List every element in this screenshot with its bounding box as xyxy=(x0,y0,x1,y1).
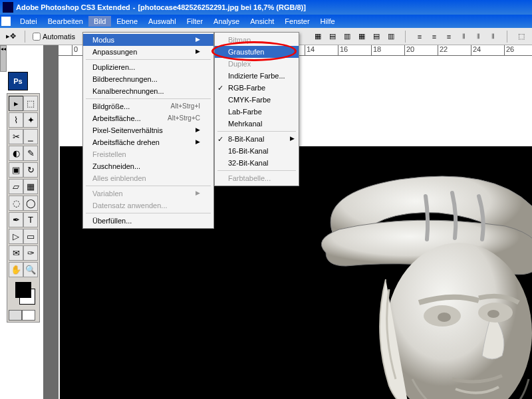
menu-item[interactable]: Mehrkanal xyxy=(215,118,299,130)
stamp-tool[interactable]: ▣ xyxy=(9,162,23,178)
slice-tool[interactable]: ⎯ xyxy=(23,129,38,144)
distribute-icon[interactable]: ≡ xyxy=(413,31,426,43)
menu-item: Freistellen xyxy=(83,148,213,160)
align-icon[interactable]: ▦ xyxy=(355,31,368,43)
menu-item[interactable]: Pixel-Seitenverhältnis▶ xyxy=(83,124,213,136)
menu-item: Duplex xyxy=(215,58,299,70)
distribute-icon[interactable]: ⦀ xyxy=(471,31,485,43)
menu-item[interactable]: 16-Bit-Kanal xyxy=(215,145,299,157)
modus-submenu: BitmapGraustufenDuplexIndizierte Farbe..… xyxy=(214,32,299,186)
menu-item: Bitmap xyxy=(215,34,299,46)
align-icon[interactable]: ▦ xyxy=(311,31,325,43)
menu-item[interactable]: CMYK-Farbe xyxy=(215,94,299,106)
menu-item[interactable]: Kanalberechnungen... xyxy=(83,85,213,97)
pen-tool[interactable]: ✒ xyxy=(9,212,23,227)
align-tools: ▦ ▤ ▥ ▦ ▤ ▥ xyxy=(311,31,398,43)
menu-item[interactable]: Bildgröße...Alt+Strg+I xyxy=(83,100,213,112)
menu-bearbeiten[interactable]: Bearbeiten xyxy=(43,16,88,27)
dodge-tool[interactable]: ◯ xyxy=(23,196,38,211)
menu-item[interactable]: Graustufen xyxy=(215,46,299,58)
heal-tool[interactable]: ◐ xyxy=(9,146,23,161)
menu-item[interactable]: ✓8-Bit-Kanal▶ xyxy=(215,133,299,145)
ps-badge[interactable]: Ps xyxy=(8,72,28,90)
quickmask-toggle[interactable] xyxy=(9,310,38,321)
arrange-icon[interactable]: ⬚ xyxy=(515,31,528,43)
menu-item[interactable]: Bildberechnungen... xyxy=(83,73,213,85)
eyedropper-tool[interactable]: ✑ xyxy=(23,245,38,261)
menu-bar: Datei Bearbeiten Bild Ebene Auswahl Filt… xyxy=(0,15,532,28)
color-swatches[interactable] xyxy=(9,282,38,305)
menu-item[interactable]: Arbeitsfläche...Alt+Strg+C xyxy=(83,112,213,124)
marquee-tool[interactable]: ⬚ xyxy=(23,96,38,111)
menu-item[interactable]: Duplizieren... xyxy=(83,61,213,73)
menu-item[interactable]: Zuschneiden... xyxy=(83,160,213,172)
menu-bild[interactable]: Bild xyxy=(88,16,111,27)
chevron-left-icon: ◂◂ xyxy=(1,46,6,52)
crop-tool[interactable]: ✂ xyxy=(9,129,23,144)
title-bar: Adobe Photoshop CS3 Extended - [photocas… xyxy=(0,0,532,15)
menu-auswahl[interactable]: Auswahl xyxy=(143,16,182,27)
distribute-tools: ≡ ≡ ≡ ⦀ ⦀ ⦀ xyxy=(413,31,499,43)
align-icon[interactable]: ▥ xyxy=(384,31,398,43)
doc-title: [photocase482526252291.jpg bei 16,7% (RG… xyxy=(138,3,306,11)
distribute-icon[interactable]: ⦀ xyxy=(457,31,470,43)
menu-item[interactable]: Lab-Farbe xyxy=(215,106,299,118)
menu-filter[interactable]: Filter xyxy=(182,16,208,27)
align-icon[interactable]: ▤ xyxy=(370,31,383,43)
menu-item: Farbtabelle... xyxy=(215,172,299,184)
menu-item[interactable]: Überfüllen... xyxy=(83,215,213,227)
app-title: Adobe Photoshop CS3 Extended xyxy=(16,3,130,11)
svg-point-3 xyxy=(438,313,451,322)
align-icon[interactable]: ▥ xyxy=(340,31,354,43)
distribute-icon[interactable]: ≡ xyxy=(442,31,456,43)
menu-item[interactable]: Arbeitsfläche drehen▶ xyxy=(83,136,213,148)
zoom-tool[interactable]: 🔍 xyxy=(23,262,38,277)
menu-hilfe[interactable]: Hilfe xyxy=(315,16,340,27)
gradient-tool[interactable]: ▦ xyxy=(23,179,38,194)
toolbox: ▸⬚ ⌇✦ ✂⎯ ◐✎ ▣↻ ▱▦ ◌◯ ✒T ▷▭ ✉✑ ✋🔍 xyxy=(7,93,40,323)
svg-point-4 xyxy=(487,310,499,318)
move-tool[interactable]: ▸ xyxy=(9,96,23,111)
type-tool[interactable]: T xyxy=(23,212,38,227)
menu-item: Variablen▶ xyxy=(83,188,213,200)
bild-menu: Modus▶Anpassungen▶Duplizieren...Bildbere… xyxy=(82,32,214,229)
menu-item: Alles einblenden xyxy=(83,172,213,184)
menu-ebene[interactable]: Ebene xyxy=(111,16,143,27)
wand-tool[interactable]: ✦ xyxy=(23,112,38,128)
panel-collapse-handle[interactable]: ◂◂ xyxy=(0,45,7,72)
blur-tool[interactable]: ◌ xyxy=(9,196,23,211)
brush-tool[interactable]: ✎ xyxy=(23,146,38,161)
menu-fenster[interactable]: Fenster xyxy=(279,16,315,27)
auto-select-checkbox[interactable]: Automatis xyxy=(33,33,75,41)
distribute-icon[interactable]: ≡ xyxy=(428,31,441,43)
menu-analyse[interactable]: Analyse xyxy=(208,16,245,27)
menu-item: Datensatz anwenden... xyxy=(83,200,213,211)
hand-tool[interactable]: ✋ xyxy=(9,262,23,277)
statue-image xyxy=(279,160,532,399)
move-tool-icon[interactable]: ▸✥ xyxy=(4,31,17,43)
history-brush-tool[interactable]: ↻ xyxy=(23,162,38,178)
shape-tool[interactable]: ▭ xyxy=(23,229,38,244)
menu-icon xyxy=(1,17,11,26)
menu-item[interactable]: Modus▶ xyxy=(83,34,213,46)
menu-datei[interactable]: Datei xyxy=(15,16,43,27)
lasso-tool[interactable]: ⌇ xyxy=(9,112,23,128)
align-icon[interactable]: ▤ xyxy=(326,31,339,43)
menu-item[interactable]: Indizierte Farbe... xyxy=(215,70,299,82)
distribute-icon[interactable]: ⦀ xyxy=(486,31,499,43)
menu-item[interactable]: 32-Bit-Kanal xyxy=(215,157,299,169)
menu-item[interactable]: ✓RGB-Farbe xyxy=(215,82,299,94)
menu-item[interactable]: Anpassungen▶ xyxy=(83,46,213,58)
menu-ansicht[interactable]: Ansicht xyxy=(245,16,279,27)
eraser-tool[interactable]: ▱ xyxy=(9,179,23,194)
foreground-color[interactable] xyxy=(15,282,31,298)
path-tool[interactable]: ▷ xyxy=(9,229,23,244)
app-icon xyxy=(3,2,13,13)
notes-tool[interactable]: ✉ xyxy=(9,245,23,261)
